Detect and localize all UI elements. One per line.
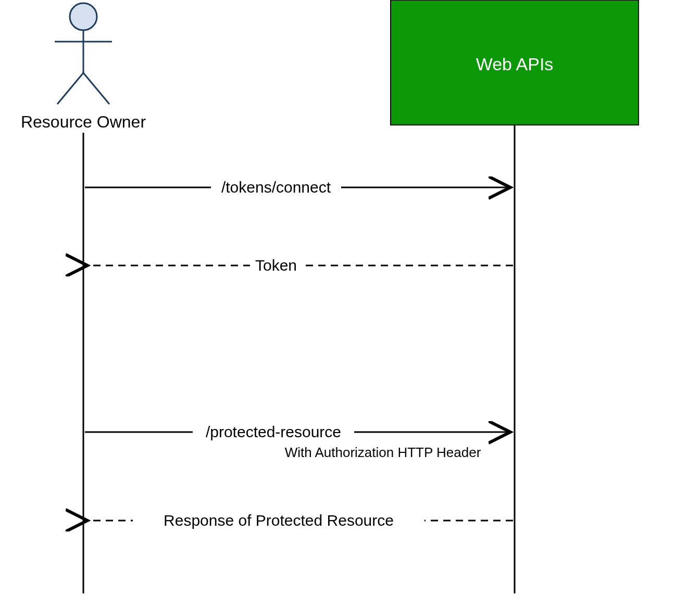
svg-line-4 [83,73,109,104]
participant-web-apis: Web APIs [391,0,639,125]
message-tokens-connect: /tokens/connect [85,176,510,197]
participant-label: Web APIs [476,54,554,74]
message-3-sublabel: With Authorization HTTP Header [285,445,481,460]
message-protected-resource: /protected-resource With Authorization H… [85,421,510,460]
message-2-label: Token [255,257,297,274]
sequence-diagram: Resource Owner Web APIs /tokens/connect … [0,0,700,608]
message-1-label: /tokens/connect [221,179,331,196]
message-4-label: Response of Protected Resource [164,512,394,529]
message-token: Token [88,254,513,275]
svg-line-3 [57,73,83,104]
message-response-protected: Response of Protected Resource [88,509,513,530]
svg-point-0 [70,3,97,30]
message-3-label: /protected-resource [206,423,341,440]
actor-resource-owner: Resource Owner [21,3,146,131]
actor-label: Resource Owner [21,112,146,131]
